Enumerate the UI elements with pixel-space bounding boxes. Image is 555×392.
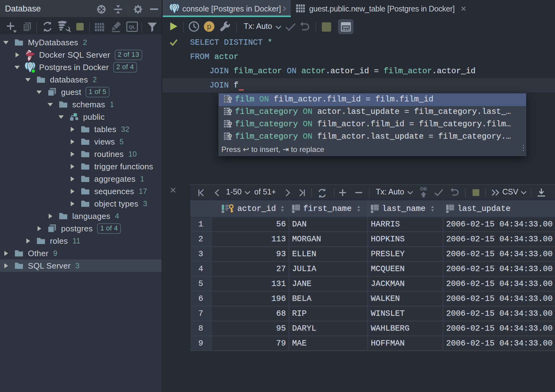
svg-text:DB: DB [420,186,427,191]
svg-text:QL: QL [129,24,135,29]
svg-text:p: p [207,22,211,30]
